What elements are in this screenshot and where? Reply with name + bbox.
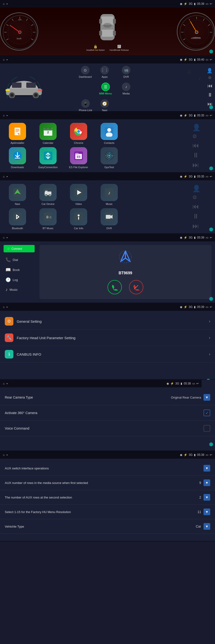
gps-icon-6: ◉ [180, 305, 182, 309]
back-icon-5[interactable]: ↩ [210, 236, 212, 239]
home-icon-2[interactable]: ⌂ [3, 58, 5, 61]
svg-rect-87 [13, 212, 22, 221]
battery-icon-2: ▮ [194, 58, 196, 61]
settings-general[interactable]: ⚙ General Setting › [0, 313, 215, 330]
mmi-item-mmi-menu[interactable]: ☰ MMI Menu [99, 82, 112, 95]
home-icon-4[interactable]: ⌂ [3, 175, 5, 178]
app-icon-easyconnection [39, 147, 57, 164]
back-icon-6[interactable]: ↩ [210, 305, 212, 309]
aux-second-dropdown[interactable]: ▼ [203, 494, 210, 501]
app-bluetooth[interactable]: Bluetooth [4, 208, 31, 230]
app-navi[interactable]: Navi [4, 184, 31, 205]
voice-command-checkbox[interactable] [203, 425, 210, 432]
mmi-car-area [0, 74, 48, 100]
home-icon-3[interactable]: ⌂ [3, 114, 5, 117]
aux-first-right: 9 ▼ [196, 480, 210, 486]
aux-resolution-right: 11 ▼ [196, 508, 210, 515]
bt-menu-log[interactable]: 🕐 Log [4, 275, 35, 285]
rear-camera-dropdown[interactable]: ▼ [203, 394, 210, 401]
mmi-item-navi[interactable]: 🧭 Navi [100, 99, 109, 111]
back-icon-4[interactable]: ↩ [210, 175, 212, 178]
mmi-item-dashboard[interactable]: ⊙ Dashboard [79, 66, 92, 78]
seatbelt-info: 🔒 SeatBelt Not fasten [86, 44, 105, 51]
app-esfile[interactable]: ES ES File Explorer [65, 147, 92, 169]
back-icon-3[interactable]: ↩ [210, 114, 212, 117]
bt-menu-book[interactable]: 📖 Book [4, 265, 35, 275]
app-contacts[interactable]: Contacts [95, 123, 123, 144]
app-easyconnection[interactable]: EasyConnection [34, 147, 62, 169]
bt-call-svg [111, 284, 118, 290]
aux-switch-dropdown[interactable]: ▼ [203, 465, 210, 472]
status-bar-5: ⌂ ▪ ◉ ⚡ 3G ▮ 05:39 ▭ ↩ [0, 234, 215, 242]
mmi-dashboard-label: Dashboard [79, 75, 92, 78]
back-icon[interactable]: ↩ [210, 2, 212, 6]
app-apkinstaller[interactable]: ApkInstaller [4, 123, 31, 144]
settings-canbus[interactable]: ℹ CANBUS INFO › [0, 346, 215, 362]
svg-text:120: 120 [18, 18, 22, 21]
mmi-item-phonelink[interactable]: 📱 Phone-Link [79, 99, 92, 111]
svg-point-41 [11, 94, 13, 96]
mmi-music-area: ⏮ ⏸ ⏭ [207, 83, 212, 107]
app-btmusic[interactable]: Ƀ ♫ BT Music [34, 208, 62, 230]
rear-camera-type-value: Original Rear Camera ▼ [171, 394, 210, 401]
bt-menu-dial[interactable]: 📞 Dial [4, 255, 35, 265]
svg-line-4 [7, 24, 9, 26]
app-icon-gpstest [101, 147, 118, 164]
aux-settings-list: AUX switch interface operations ▼ AUX nu… [0, 459, 215, 541]
aux-first-dropdown[interactable]: ▼ [203, 480, 210, 486]
home-icon[interactable]: ⌂ [3, 2, 5, 6]
back-icon-2[interactable]: ↩ [210, 58, 212, 61]
bluetooth-svg [12, 212, 23, 222]
bt-connect-button[interactable]: ⊕ Connect [4, 245, 35, 252]
status-bar-1: ⌂ ▪ ◉ ⚡ 3G ▮ 05:39 ▭ ↩ [0, 0, 215, 8]
app-cardevice[interactable]: Car Device [34, 184, 62, 205]
app-music[interactable]: ♪ Music [95, 184, 123, 205]
mmi-prev-icon[interactable]: ⏮ [207, 83, 212, 89]
gps-icon-8: ◉ [180, 453, 182, 456]
mmi-item-apps[interactable]: ⋮⋮ Apps [100, 66, 109, 78]
aux-resolution-dropdown[interactable]: ▼ [203, 508, 210, 515]
car-center-display: 🔒 SeatBelt Not fasten 🅿 HandBreak Releas… [38, 12, 177, 51]
app-carinfo[interactable]: Car Info [65, 208, 92, 230]
time-3: 05:35 [197, 114, 204, 117]
settings-canbus-icon: ℹ [5, 350, 13, 358]
aux-vehicle-value: Car [196, 524, 201, 528]
status-bar-2: ⌂ ▪ ◉ ⚡ 3G ▮ 05:40 ▭ ↩ [0, 56, 215, 64]
app-grid-container-1: ApkInstaller 2 Calendar [4, 123, 123, 169]
back-icon-7[interactable]: ↩ [196, 382, 199, 385]
app-video[interactable]: Video [65, 184, 92, 205]
home-icon-5[interactable]: ⌂ [3, 236, 5, 239]
app-chrome[interactable]: Chrome [65, 123, 92, 144]
mmi-item-media[interactable]: ♪ Media [122, 82, 130, 95]
mmi-item-dvr[interactable]: 📹 DVR [122, 66, 130, 78]
bt-call-button[interactable] [108, 280, 122, 294]
app-calendar[interactable]: 2 Calendar [34, 123, 62, 144]
bt-menu-music[interactable]: ♪ Music [4, 285, 35, 294]
mmi-play-icon[interactable]: ⏸ [207, 92, 212, 98]
home-icon-8[interactable]: ⌂ [3, 453, 5, 456]
svg-point-92 [78, 214, 80, 216]
status-right-8: ◉ ⚡ 3G ▮ 05:39 ▭ ↩ [180, 453, 212, 456]
home-icon-7[interactable]: ⌂ [3, 382, 5, 385]
app-gpstest[interactable]: GpsTest [95, 147, 123, 169]
svg-point-81 [49, 194, 51, 196]
app-label-apkinstaller: ApkInstaller [11, 142, 24, 144]
svg-line-7 [27, 19, 28, 21]
svg-line-25 [183, 39, 185, 40]
settings-factory[interactable]: 🔧 Factory Head Unit Parameter Setting › [0, 330, 215, 346]
music-decor-apps2: 👤 ⚙ ⏮ ⏸ ⏭ [192, 184, 201, 230]
bt-icon-4: ⚡ [184, 175, 187, 178]
sd-icon-7: ▪ [7, 382, 8, 385]
aux-vehicle-dropdown[interactable]: ▼ [203, 523, 210, 530]
home-icon-6[interactable]: ⌂ [3, 305, 5, 309]
app-downloads[interactable]: Downloads [4, 147, 31, 169]
settings-factory-label: Factory Head Unit Parameter Setting [17, 336, 76, 340]
activate-360-checkbox[interactable]: ✓ [203, 410, 210, 416]
bt-icon-7: ⚡ [170, 382, 174, 385]
bt-disconnect-button[interactable] [129, 280, 143, 294]
battery-icon-7: ▮ [181, 382, 182, 385]
svg-text:♪: ♪ [108, 190, 110, 195]
back-icon-8[interactable]: ↩ [210, 453, 212, 456]
status-left-7: ⌂ ▪ [3, 382, 8, 385]
app-dvr[interactable]: DVR [95, 208, 123, 230]
